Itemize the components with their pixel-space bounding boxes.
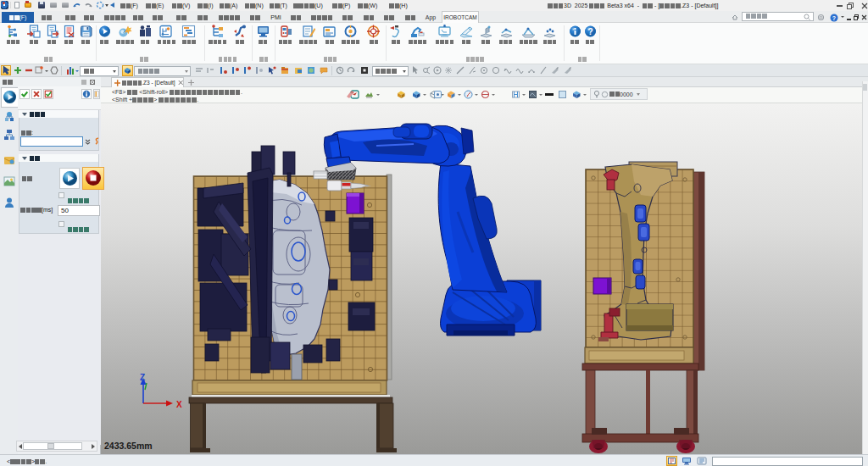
svg-text:Z: Z — [140, 373, 145, 382]
svg-text:X: X — [176, 400, 182, 409]
